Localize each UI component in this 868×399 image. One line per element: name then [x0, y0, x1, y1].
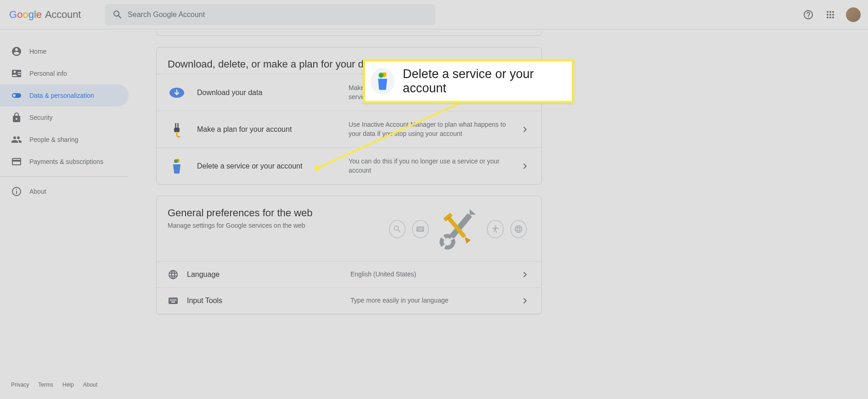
row-label: Input Tools	[187, 297, 350, 305]
card-icon	[11, 156, 22, 167]
download-cloud-icon	[168, 84, 186, 102]
svg-rect-2	[175, 123, 176, 128]
nav-divider	[0, 176, 129, 177]
nav-data-personalization[interactable]: Data & personalization	[0, 84, 129, 107]
footer-help[interactable]: Help	[62, 382, 74, 388]
row-value: Type more easily in your language	[350, 296, 519, 305]
help-button[interactable]	[799, 6, 817, 24]
google-logo-icon: Google	[9, 9, 43, 20]
footer-links: Privacy Terms Help About	[0, 374, 129, 399]
row-make-plan[interactable]: Make a plan for your account Use Inactiv…	[157, 111, 541, 147]
nav-label: Payments & subscriptions	[29, 158, 103, 165]
product-name: Account	[45, 9, 81, 21]
nav-label: About	[29, 188, 46, 195]
toggle-icon	[11, 90, 22, 101]
card-general-preferences: General preferences for the web Manage s…	[156, 196, 542, 315]
nav-label: Security	[29, 114, 53, 121]
search-icon	[112, 9, 123, 20]
chevron-right-icon	[519, 161, 530, 172]
id-card-icon	[11, 68, 22, 79]
search-button[interactable]	[107, 5, 128, 25]
app-header: Google Account	[0, 0, 868, 29]
nav-security[interactable]: Security	[0, 107, 129, 129]
nav-payments[interactable]: Payments & subscriptions	[0, 151, 129, 173]
people-icon	[11, 134, 22, 145]
row-value: English (United States)	[350, 270, 519, 279]
footer-terms[interactable]: Terms	[38, 382, 53, 388]
chevron-right-icon	[519, 124, 530, 135]
callout-text: Delete a service or your account	[403, 67, 563, 96]
trash-user-icon	[168, 157, 186, 175]
nav-about[interactable]: About	[0, 180, 129, 202]
row-label: Make a plan for your account	[197, 125, 349, 134]
row-language[interactable]: Language English (United States)	[157, 261, 541, 287]
row-description: Use Inactive Account Manager to plan wha…	[349, 120, 519, 138]
account-avatar[interactable]	[846, 7, 861, 22]
home-icon	[11, 46, 22, 57]
nav-home[interactable]: Home	[0, 40, 129, 62]
help-icon	[803, 9, 814, 20]
svg-rect-3	[177, 123, 179, 128]
nav-people-sharing[interactable]: People & sharing	[0, 129, 129, 151]
previous-card-edge	[156, 31, 542, 36]
row-label: Delete a service or your account	[197, 162, 349, 170]
nav-label: People & sharing	[29, 136, 79, 143]
svg-text:Google: Google	[9, 9, 42, 20]
nav-label: Home	[29, 48, 46, 55]
trash-user-icon	[371, 68, 395, 95]
search-input[interactable]	[128, 11, 433, 19]
nav-label: Data & personalization	[29, 92, 94, 99]
row-input-tools[interactable]: Input Tools Type more easily in your lan…	[157, 287, 541, 314]
google-account-logo[interactable]: Google Account	[9, 9, 81, 21]
card-subtitle: Manage settings for Google services on t…	[168, 222, 530, 229]
nav-label: Personal info	[29, 70, 67, 77]
svg-point-16	[378, 73, 383, 78]
chevron-right-icon	[519, 269, 530, 280]
sidebar: Home Personal info Data & personalizatio…	[0, 29, 129, 399]
nav-personal-info[interactable]: Personal info	[0, 62, 129, 84]
keyboard-icon	[168, 295, 179, 306]
row-label: Language	[187, 270, 350, 279]
footer-privacy[interactable]: Privacy	[11, 382, 29, 388]
search-bar[interactable]	[105, 4, 435, 25]
plug-icon	[168, 120, 186, 139]
row-description: You can do this if you no longer use a s…	[349, 157, 519, 175]
annotation-callout: Delete a service or your account	[363, 59, 574, 103]
row-label: Download your data	[197, 89, 349, 97]
svg-point-6	[174, 159, 178, 163]
globe-icon	[168, 269, 179, 280]
card-title: General preferences for the web	[168, 207, 530, 219]
apps-button[interactable]	[821, 6, 840, 24]
info-icon	[11, 186, 22, 197]
apps-grid-icon	[825, 9, 836, 20]
chevron-right-icon	[519, 295, 530, 306]
footer-about[interactable]: About	[83, 382, 97, 388]
header-right	[799, 6, 861, 24]
row-delete-service[interactable]: Delete a service or your account You can…	[157, 147, 541, 184]
lock-icon	[11, 112, 22, 123]
